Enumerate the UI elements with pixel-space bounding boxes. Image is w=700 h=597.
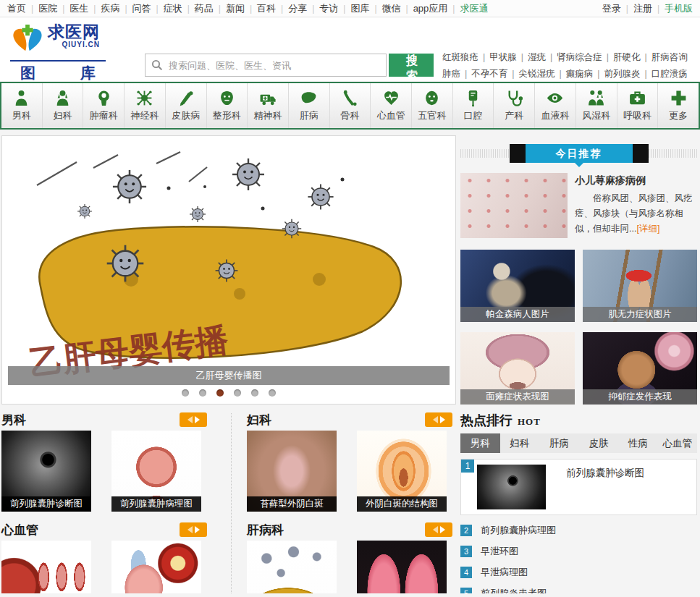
hot-rank-4-item[interactable]: 4 早泄病理图	[460, 566, 697, 579]
recommend-thumb-1[interactable]: 肌无力症状图片	[583, 250, 697, 322]
keyword-link[interactable]: 癫痫病	[566, 66, 594, 82]
carousel-dot-5[interactable]	[251, 389, 258, 397]
section-image[interactable]: 苔藓型外阴白斑	[247, 431, 337, 512]
keyword-link[interactable]: 肝病咨询	[651, 49, 688, 66]
nav-link-10[interactable]: 专访	[319, 2, 338, 15]
separator: |	[182, 4, 195, 14]
carousel-dot-3[interactable]	[216, 389, 224, 397]
nav-link-12[interactable]: 微信	[382, 2, 401, 15]
section-prev-next-button[interactable]	[180, 412, 207, 427]
carousel-dot-1[interactable]	[182, 389, 189, 397]
category-11[interactable]: 口腔	[453, 83, 494, 128]
section-image[interactable]: 前列腺囊肿诊断图	[1, 431, 91, 512]
hot-tab-心血管[interactable]: 心血管	[658, 433, 698, 453]
recommend-thumb-0[interactable]: 帕金森病人图片	[460, 250, 575, 322]
recommend-image[interactable]	[460, 173, 568, 238]
hot-rank-1-label[interactable]: 前列腺囊肿诊断图	[566, 467, 644, 480]
category-0[interactable]: 男科	[1, 83, 43, 128]
category-10[interactable]: 五官科	[412, 83, 453, 128]
hot-rank-1-item[interactable]: 1 前列腺囊肿诊断图	[460, 459, 697, 515]
recommend-title[interactable]: 小儿荨麻疹病例	[575, 173, 697, 188]
nav-link-3[interactable]: 疾病	[101, 2, 119, 15]
hot-rank-3-item[interactable]: 3 早泄环图	[460, 545, 697, 558]
category-13[interactable]: 血液科	[535, 83, 576, 128]
nav-link-11[interactable]: 图库	[350, 2, 369, 15]
nav-link-6[interactable]: 药品	[195, 2, 214, 15]
keyword-link[interactable]: 口腔溃疡	[651, 66, 688, 82]
separator: |	[546, 49, 557, 66]
carousel-dot-4[interactable]	[234, 389, 241, 397]
section-prev-next-button[interactable]	[180, 522, 207, 537]
carousel-slide-image[interactable]: 乙肝母婴传播 乙肝母婴传播图	[8, 142, 450, 385]
category-1[interactable]: 妇科	[43, 83, 84, 128]
category-3[interactable]: 神经科	[125, 83, 166, 128]
account-link-1[interactable]: 注册	[633, 2, 652, 15]
nav-link-0[interactable]: 首页	[7, 2, 26, 15]
category-7[interactable]: 肝病	[289, 83, 330, 128]
carousel-dot-2[interactable]	[199, 389, 206, 397]
hot-rank-2-item[interactable]: 2 前列腺囊肿病理图	[460, 524, 697, 537]
category-2[interactable]: 肿瘤科	[83, 83, 125, 128]
hot-tab-妇科[interactable]: 妇科	[500, 433, 540, 453]
nav-link-5[interactable]: 症状	[164, 2, 182, 15]
search-input[interactable]	[145, 54, 387, 77]
category-14[interactable]: 风湿科	[576, 83, 617, 128]
section-image[interactable]: 前列腺囊肿病理图	[111, 431, 201, 512]
category-12[interactable]: 产科	[494, 83, 535, 128]
category-label: 骨科	[340, 109, 359, 122]
search-button[interactable]: 搜 索	[389, 54, 434, 77]
section-title[interactable]: 男科	[1, 412, 26, 428]
keyword-link[interactable]: 肺癌	[442, 66, 460, 82]
section-prev-next-button[interactable]	[425, 412, 452, 427]
category-4[interactable]: 皮肤病	[166, 83, 207, 128]
nav-link-8[interactable]: 百科	[257, 2, 276, 15]
today-recommend-item[interactable]: 小儿荨麻疹病例 俗称风团、风疹团、风疙瘩、风疹块（与风疹名称相似，但却非同...…	[460, 173, 697, 238]
section-image[interactable]: 外阴白斑的结构图	[357, 431, 447, 512]
section-image[interactable]	[247, 541, 337, 593]
section-prev-next-button[interactable]	[425, 522, 452, 537]
category-9[interactable]: 心血管	[371, 83, 412, 128]
keyword-link[interactable]: 湿疣	[528, 49, 546, 66]
section-title[interactable]: 心血管	[1, 522, 38, 538]
keyword-link[interactable]: 前列腺炎	[604, 66, 641, 82]
nav-link-4[interactable]: 问答	[132, 2, 151, 15]
section-image[interactable]	[1, 541, 91, 593]
keyword-link[interactable]: 肾病综合症	[557, 49, 602, 66]
rank-badge: 5	[460, 588, 472, 593]
keyword-link[interactable]: 肝硬化	[613, 49, 641, 66]
nav-link-2[interactable]: 医生	[69, 2, 88, 15]
category-6[interactable]: 精神科	[248, 83, 289, 128]
nav-link-14[interactable]: 求医通	[460, 2, 488, 15]
hot-rank-1-image[interactable]	[477, 465, 546, 509]
recommend-thumb-2[interactable]: 面瘫症状表现图	[460, 332, 575, 405]
hot-tab-男科[interactable]: 男科	[460, 433, 500, 453]
section-image[interactable]	[111, 541, 201, 593]
carousel-dot-6[interactable]	[269, 389, 276, 397]
nav-link-13[interactable]: app应用	[413, 2, 448, 15]
site-logo[interactable]: 求医网 QIUYI.CN 图库	[10, 23, 106, 83]
category-15[interactable]: 呼吸科	[617, 83, 659, 128]
section-妇科: 妇科 苔藓型外阴白斑外阴白斑的结构图	[247, 412, 452, 512]
recommend-thumb-3[interactable]: 抑郁症发作表现	[583, 332, 697, 405]
account-link-2[interactable]: 手机版	[665, 2, 693, 15]
category-8[interactable]: 骨科	[330, 83, 371, 128]
nav-link-7[interactable]: 新闻	[226, 2, 245, 15]
account-link-0[interactable]: 登录	[602, 2, 621, 15]
detail-link[interactable]: [详细]	[636, 224, 659, 234]
category-5[interactable]: 整形科	[207, 83, 248, 128]
hot-tab-皮肤[interactable]: 皮肤	[579, 433, 619, 453]
separator: |	[517, 49, 528, 66]
keyword-link[interactable]: 红斑狼疮	[442, 49, 478, 66]
keyword-link[interactable]: 尖锐湿疣	[519, 66, 555, 82]
keyword-link[interactable]: 甲状腺	[489, 49, 517, 66]
hot-rank-5-item[interactable]: 5 前列腺炎患者图	[460, 587, 697, 593]
keyword-link[interactable]: 不孕不育	[471, 66, 507, 82]
hot-tab-肝病[interactable]: 肝病	[539, 433, 579, 453]
section-title[interactable]: 妇科	[247, 412, 271, 428]
category-16[interactable]: 更多	[658, 83, 699, 128]
section-title[interactable]: 肝病科	[247, 522, 284, 538]
section-image[interactable]	[357, 541, 447, 593]
hot-tab-性病[interactable]: 性病	[618, 433, 658, 453]
nav-link-9[interactable]: 分享	[288, 2, 307, 15]
nav-link-1[interactable]: 医院	[38, 2, 57, 15]
